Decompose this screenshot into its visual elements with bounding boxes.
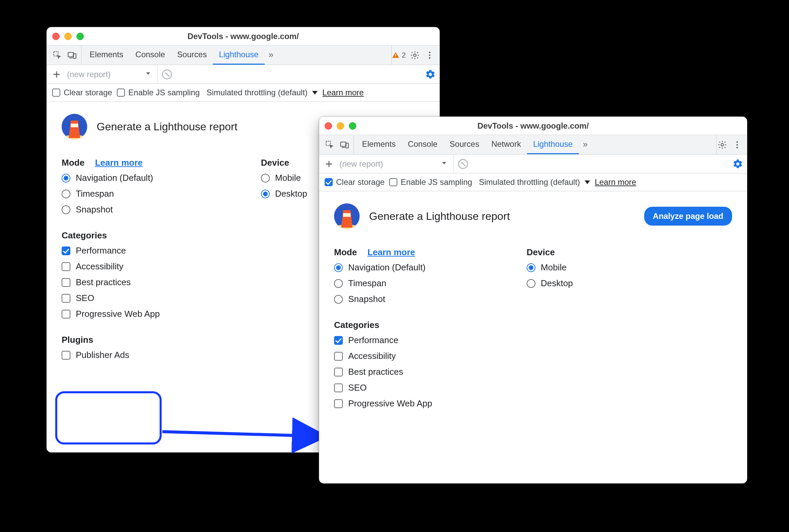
mode-learn-more-link[interactable]: Learn more xyxy=(368,247,415,257)
tab-console[interactable]: Console xyxy=(129,45,171,65)
option-label: Best practices xyxy=(348,367,403,377)
close-window-button[interactable] xyxy=(325,122,332,130)
throttling-select[interactable]: Simulated throttling (default) xyxy=(206,88,318,97)
new-report-button[interactable] xyxy=(50,68,63,81)
clear-icon[interactable] xyxy=(162,69,172,79)
mode-snapshot-option[interactable]: Snapshot xyxy=(62,204,153,215)
mode-heading: Mode xyxy=(334,247,357,257)
option-label: Desktop xyxy=(541,278,573,288)
checkbox-icon xyxy=(334,383,343,392)
tab-strip: Elements Console Sources Lighthouse » 2 xyxy=(47,45,439,65)
report-select-label: (new report) xyxy=(339,159,383,169)
checkbox-icon xyxy=(334,368,343,377)
issues-badge[interactable]: 2 xyxy=(392,51,406,60)
device-mobile-option[interactable]: Mobile xyxy=(527,262,573,273)
mode-navigation-option[interactable]: Navigation (Default) xyxy=(62,173,153,183)
device-group: Device Mobile Desktop xyxy=(261,157,307,215)
option-label: Performance xyxy=(348,335,398,345)
minimize-window-button[interactable] xyxy=(64,33,72,40)
mode-snapshot-option[interactable]: Snapshot xyxy=(334,294,426,304)
tab-elements[interactable]: Elements xyxy=(356,135,402,154)
category-best-practices-option[interactable]: Best practices xyxy=(334,367,732,377)
clear-storage-option[interactable]: Clear storage xyxy=(52,88,112,97)
enable-js-sampling-option[interactable]: Enable JS sampling xyxy=(117,88,200,97)
option-label: Timespan xyxy=(76,189,114,199)
tab-lighthouse[interactable]: Lighthouse xyxy=(213,45,264,65)
tabs-overflow-button[interactable]: » xyxy=(579,135,592,154)
svg-point-17 xyxy=(721,144,723,146)
report-select[interactable]: (new report) xyxy=(339,155,454,173)
clear-icon[interactable] xyxy=(458,159,468,169)
enable-js-sampling-option[interactable]: Enable JS sampling xyxy=(389,177,472,187)
lighthouse-settings-icon[interactable] xyxy=(425,69,436,80)
titlebar: DevTools - www.google.com/ xyxy=(319,117,747,135)
throttling-label: Simulated throttling (default) xyxy=(206,88,307,97)
tabs: Elements Console Sources Lighthouse » xyxy=(81,45,278,65)
option-label: Mobile xyxy=(541,262,567,273)
svg-point-19 xyxy=(736,144,738,146)
mode-navigation-option[interactable]: Navigation (Default) xyxy=(334,262,426,273)
option-label: Mobile xyxy=(275,173,301,183)
chevron-down-icon xyxy=(144,69,152,79)
lighthouse-settings-icon[interactable] xyxy=(732,158,744,170)
checkbox-icon xyxy=(334,352,343,361)
analyze-page-load-button[interactable]: Analyze page load xyxy=(644,207,732,226)
category-pwa-option[interactable]: Progressive Web App xyxy=(334,398,732,409)
radio-icon xyxy=(62,174,70,183)
minimize-window-button[interactable] xyxy=(337,122,344,130)
clear-storage-option[interactable]: Clear storage xyxy=(325,177,384,187)
checkbox-icon xyxy=(52,89,60,97)
settings-gear-icon[interactable] xyxy=(717,139,728,151)
option-label: Snapshot xyxy=(348,294,385,304)
new-report-button[interactable] xyxy=(323,157,335,170)
zoom-window-button[interactable] xyxy=(349,122,356,130)
throttling-select[interactable]: Simulated throttling (default) xyxy=(479,177,590,187)
device-toolbar-icon[interactable] xyxy=(339,139,350,151)
clear-storage-label: Clear storage xyxy=(64,88,112,97)
learn-more-link[interactable]: Learn more xyxy=(595,177,636,187)
inspect-element-icon[interactable] xyxy=(52,50,63,61)
tab-lighthouse[interactable]: Lighthouse xyxy=(527,135,579,154)
tab-elements[interactable]: Elements xyxy=(83,45,129,65)
category-performance-option[interactable]: Performance xyxy=(334,335,732,345)
clear-storage-label: Clear storage xyxy=(336,177,384,187)
titlebar: DevTools - www.google.com/ xyxy=(47,27,439,45)
report-select[interactable]: (new report) xyxy=(67,65,158,83)
more-menu-icon[interactable] xyxy=(731,139,743,151)
learn-more-link[interactable]: Learn more xyxy=(322,88,364,97)
radio-icon xyxy=(261,174,270,183)
option-label: Desktop xyxy=(275,189,307,199)
svg-rect-1 xyxy=(68,52,73,57)
tab-console[interactable]: Console xyxy=(402,135,444,154)
tab-sources[interactable]: Sources xyxy=(171,45,213,65)
option-label: Progressive Web App xyxy=(348,398,432,409)
checkbox-icon xyxy=(62,294,70,303)
lighthouse-options-row: Clear storage Enable JS sampling Simulat… xyxy=(47,84,439,102)
mode-timespan-option[interactable]: Timespan xyxy=(62,189,153,199)
tab-network[interactable]: Network xyxy=(485,135,527,154)
category-seo-option[interactable]: SEO xyxy=(334,382,732,393)
page-title: Generate a Lighthouse report xyxy=(97,120,238,133)
device-mobile-option[interactable]: Mobile xyxy=(261,173,307,183)
more-menu-icon[interactable] xyxy=(424,50,435,61)
close-window-button[interactable] xyxy=(52,33,60,40)
option-label: Navigation (Default) xyxy=(76,173,153,183)
tab-sources[interactable]: Sources xyxy=(444,135,485,154)
categories-group: Categories Performance Accessibility Bes… xyxy=(334,320,732,409)
zoom-window-button[interactable] xyxy=(76,33,84,40)
option-label: Navigation (Default) xyxy=(348,262,426,273)
svg-point-6 xyxy=(414,54,416,56)
mode-timespan-option[interactable]: Timespan xyxy=(334,278,426,288)
category-accessibility-option[interactable]: Accessibility xyxy=(334,351,732,361)
device-group: Device Mobile Desktop xyxy=(527,247,573,304)
devtools-window-b: DevTools - www.google.com/ Elements Cons… xyxy=(319,116,747,483)
device-toolbar-icon[interactable] xyxy=(66,50,78,61)
device-desktop-option[interactable]: Desktop xyxy=(527,278,573,288)
svg-point-7 xyxy=(429,52,431,53)
device-desktop-option[interactable]: Desktop xyxy=(261,189,307,199)
option-label: Publisher Ads xyxy=(76,350,129,360)
tabs-overflow-button[interactable]: » xyxy=(265,45,278,65)
inspect-element-icon[interactable] xyxy=(324,139,335,151)
mode-learn-more-link[interactable]: Learn more xyxy=(95,157,143,168)
settings-gear-icon[interactable] xyxy=(409,50,420,61)
